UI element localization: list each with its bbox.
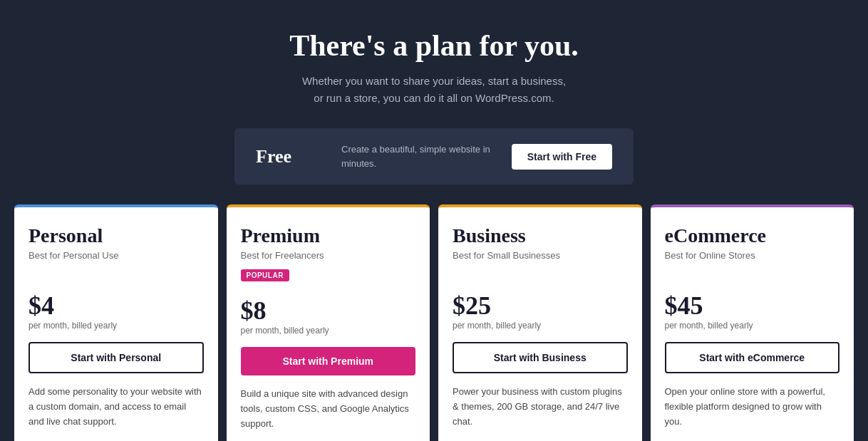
personal-plan-price: $4 (29, 291, 204, 321)
premium-plan-button[interactable]: Start with Premium (241, 347, 416, 375)
ecommerce-plan-name: eCommerce (665, 224, 840, 247)
personal-badge-spacer (29, 268, 204, 284)
page-title: There's a plan for you. (14, 28, 854, 63)
business-plan-button[interactable]: Start with Business (453, 342, 628, 373)
ecommerce-plan-price: $45 (665, 291, 840, 321)
page-subtitle: Whether you want to share your ideas, st… (14, 73, 854, 107)
ecommerce-plan-description: Open your online store with a powerful, … (665, 385, 840, 429)
plan-card-personal: Personal Best for Personal Use $4 per mo… (14, 204, 218, 441)
business-plan-billing: per month, billed yearly (453, 321, 628, 331)
business-plan-price: $25 (453, 291, 628, 321)
free-plan-button[interactable]: Start with Free (512, 144, 612, 170)
ecommerce-plan-billing: per month, billed yearly (665, 321, 840, 331)
premium-plan-billing: per month, billed yearly (241, 326, 416, 336)
plan-card-premium: Premium Best for Freelancers POPULAR $8 … (227, 204, 430, 441)
page-wrapper: There's a plan for you. Whether you want… (0, 0, 868, 441)
ecommerce-plan-subtitle: Best for Online Stores (665, 250, 840, 261)
business-badge-spacer (453, 268, 628, 284)
premium-plan-name: Premium (241, 224, 416, 247)
ecommerce-plan-button[interactable]: Start with eCommerce (665, 342, 840, 373)
ecommerce-badge-spacer (665, 268, 840, 284)
free-plan-bar: Free Create a beautiful, simple website … (234, 128, 634, 185)
business-plan-name: Business (453, 224, 628, 247)
personal-plan-description: Add some personality to your website wit… (29, 385, 204, 429)
plans-grid: Personal Best for Personal Use $4 per mo… (14, 204, 854, 441)
premium-plan-subtitle: Best for Freelancers (241, 250, 416, 261)
personal-plan-name: Personal (29, 224, 204, 247)
personal-plan-button[interactable]: Start with Personal (29, 342, 204, 373)
premium-plan-description: Build a unique site with advanced design… (241, 387, 416, 431)
free-plan-name: Free (256, 146, 327, 167)
premium-plan-price: $8 (241, 296, 416, 326)
plan-card-ecommerce: eCommerce Best for Online Stores $45 per… (651, 204, 854, 441)
plan-card-business: Business Best for Small Businesses $25 p… (438, 204, 642, 441)
popular-badge: POPULAR (241, 269, 289, 281)
free-plan-description: Create a beautiful, simple website in mi… (327, 142, 512, 170)
header-section: There's a plan for you. Whether you want… (14, 28, 854, 107)
business-plan-description: Power your business with custom plugins … (453, 385, 628, 429)
personal-plan-subtitle: Best for Personal Use (29, 250, 204, 261)
personal-plan-billing: per month, billed yearly (29, 321, 204, 331)
business-plan-subtitle: Best for Small Businesses (453, 250, 628, 261)
